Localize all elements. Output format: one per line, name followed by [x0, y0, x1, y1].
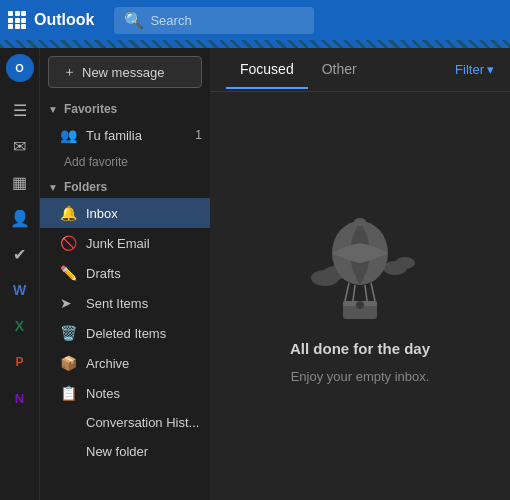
new-message-button[interactable]: ＋ New message [48, 56, 202, 88]
tab-other-label: Other [322, 61, 357, 77]
grid-icon[interactable] [8, 11, 26, 29]
header-stripe [0, 40, 510, 48]
app-title: Outlook [34, 11, 94, 29]
sidebar-item-drafts[interactable]: ✏️ Drafts [40, 258, 210, 288]
junk-label: Junk Email [86, 236, 150, 251]
deleted-icon: 🗑️ [60, 325, 78, 341]
new-folder-label: New folder [86, 444, 148, 459]
tu-familia-badge: 1 [195, 128, 202, 142]
svg-point-3 [395, 257, 415, 269]
favorites-section-header[interactable]: ▼ Favorites [40, 96, 210, 120]
new-message-plus-icon: ＋ [63, 63, 76, 81]
tab-focused-label: Focused [240, 61, 294, 77]
search-bar[interactable]: 🔍 [114, 7, 314, 34]
notes-icon: 📋 [60, 385, 78, 401]
folders-label: Folders [64, 180, 107, 194]
junk-icon: 🚫 [60, 235, 78, 251]
folders-chevron-icon: ▼ [48, 182, 58, 193]
empty-subtitle: Enjoy your empty inbox. [291, 369, 430, 384]
svg-point-5 [354, 218, 366, 226]
tab-other[interactable]: Other [308, 51, 371, 89]
avatar[interactable]: O [6, 54, 34, 82]
main-layout: O ☰ ✉ ▦ 👤 ✔ W X P N ＋ New message ▼ Favo… [0, 48, 510, 500]
sidebar-item-new-folder[interactable]: New folder [40, 437, 210, 466]
sidebar-item-notes[interactable]: 📋 Notes [40, 378, 210, 408]
rail-mail-icon[interactable]: ✉ [4, 130, 36, 162]
tu-familia-icon: 👥 [60, 127, 78, 143]
sidebar-item-inbox[interactable]: 🔔 Inbox [40, 198, 210, 228]
archive-icon: 📦 [60, 355, 78, 371]
deleted-label: Deleted Items [86, 326, 166, 341]
svg-line-7 [371, 283, 375, 301]
rail-task-icon[interactable]: ✔ [4, 238, 36, 270]
svg-line-9 [365, 285, 367, 301]
rail-menu-icon[interactable]: ☰ [4, 94, 36, 126]
search-input[interactable] [150, 13, 304, 28]
drafts-label: Drafts [86, 266, 121, 281]
rail-excel-icon[interactable]: X [4, 310, 36, 342]
empty-inbox-state: All done for the day Enjoy your empty in… [210, 92, 510, 500]
inbox-label: Inbox [86, 206, 118, 221]
sidebar: ＋ New message ▼ Favorites 👥 Tu familia 1… [40, 48, 210, 500]
favorites-label: Favorites [64, 102, 117, 116]
empty-title: All done for the day [290, 340, 430, 357]
balloon-illustration [305, 208, 415, 328]
rail-ppt-icon[interactable]: P [4, 346, 36, 378]
filter-chevron-icon: ▾ [487, 62, 494, 77]
sidebar-item-deleted[interactable]: 🗑️ Deleted Items [40, 318, 210, 348]
sidebar-item-conv-hist[interactable]: Conversation Hist... [40, 408, 210, 437]
search-icon: 🔍 [124, 11, 144, 30]
drafts-icon: ✏️ [60, 265, 78, 281]
content-area: Focused Other Filter ▾ [210, 48, 510, 500]
svg-line-6 [345, 283, 349, 301]
archive-label: Archive [86, 356, 129, 371]
rail-calendar-icon[interactable]: ▦ [4, 166, 36, 198]
top-bar: Outlook 🔍 [0, 0, 510, 40]
favorites-chevron-icon: ▼ [48, 104, 58, 115]
conv-hist-label: Conversation Hist... [86, 415, 199, 430]
svg-line-8 [353, 285, 355, 301]
filter-button[interactable]: Filter ▾ [455, 62, 494, 77]
sidebar-item-sent[interactable]: ➤ Sent Items [40, 288, 210, 318]
add-favorite-link[interactable]: Add favorite [40, 150, 210, 174]
inbox-icon: 🔔 [60, 205, 78, 221]
tab-focused[interactable]: Focused [226, 51, 308, 89]
tab-bar: Focused Other Filter ▾ [210, 48, 510, 92]
svg-point-12 [356, 301, 364, 309]
new-message-label: New message [82, 65, 164, 80]
icon-rail: O ☰ ✉ ▦ 👤 ✔ W X P N [0, 48, 40, 500]
sent-icon: ➤ [60, 295, 78, 311]
sent-label: Sent Items [86, 296, 148, 311]
sidebar-item-tu-familia[interactable]: 👥 Tu familia 1 [40, 120, 210, 150]
sidebar-item-archive[interactable]: 📦 Archive [40, 348, 210, 378]
notes-label: Notes [86, 386, 120, 401]
sidebar-item-junk[interactable]: 🚫 Junk Email [40, 228, 210, 258]
rail-people-icon[interactable]: 👤 [4, 202, 36, 234]
tu-familia-label: Tu familia [86, 128, 142, 143]
rail-word-icon[interactable]: W [4, 274, 36, 306]
folders-section-header[interactable]: ▼ Folders [40, 174, 210, 198]
filter-label: Filter [455, 62, 484, 77]
rail-onenote-icon[interactable]: N [4, 382, 36, 414]
